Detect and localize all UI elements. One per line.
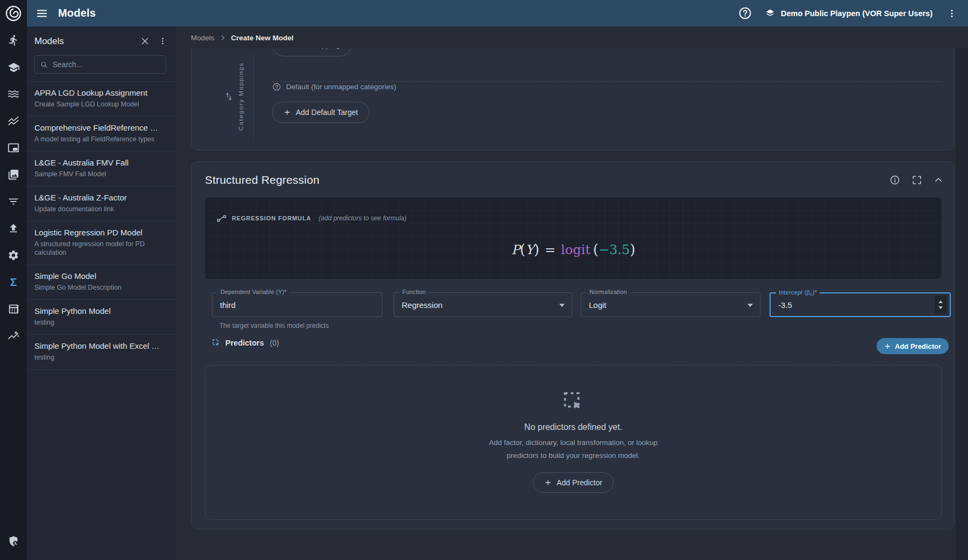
rail-dashboard-icon[interactable] <box>0 134 27 161</box>
question-circle-icon <box>272 82 281 91</box>
model-title: Simple Python Model with Excel … <box>34 341 169 350</box>
model-title: L&GE - Australia FMV Fall <box>34 158 169 167</box>
category-mappings-strip: Category Mappings <box>224 53 254 139</box>
add-mapping-label: Add Mapping <box>296 48 340 49</box>
model-title: L&GE - Australia Z-Factor <box>34 193 169 202</box>
rail-insights-icon[interactable] <box>0 322 27 349</box>
sidebar-close-icon[interactable] <box>138 34 152 48</box>
empty-state-line2: predictors to build your regression mode… <box>507 451 640 460</box>
help-icon[interactable] <box>738 6 752 20</box>
sidebar-search <box>34 55 166 74</box>
intercept-field[interactable]: Intercept (β0)* -3.5 <box>770 292 951 317</box>
fullscreen-icon[interactable] <box>912 175 922 185</box>
scrollbar-gutter[interactable] <box>956 48 968 560</box>
rail-models-sigma-icon[interactable]: Σ <box>0 269 27 296</box>
spline-function-icon <box>217 213 226 223</box>
rail-filter-icon[interactable] <box>0 188 27 215</box>
model-subtitle: Sample FMV Fall Model <box>34 170 169 179</box>
predictors-label: Predictors <box>225 339 264 347</box>
model-list: APRA LGD Lookup Assignment Create Sample… <box>27 81 177 370</box>
rail-tables-icon[interactable] <box>0 296 27 322</box>
rail-trends-icon[interactable] <box>0 107 27 134</box>
plus-icon <box>544 479 552 486</box>
empty-state-title: No predictors defined yet. <box>524 422 622 432</box>
section-header: Structured Regression <box>205 170 943 190</box>
list-item-apra-lgd[interactable]: APRA LGD Lookup Assignment Create Sample… <box>27 82 177 117</box>
dropdown-arrow-icon[interactable] <box>748 304 753 307</box>
collapse-chevron-up-icon[interactable] <box>934 175 943 185</box>
breadcrumb-models[interactable]: Models <box>191 34 215 42</box>
list-item-logistic-regression-pd[interactable]: Logistic Regression PD Model A structure… <box>27 221 177 265</box>
add-predictor-button-primary[interactable]: Add Predictor <box>877 338 949 354</box>
rail-learning-icon[interactable] <box>0 54 27 81</box>
function-select[interactable]: Function Regression <box>394 292 572 317</box>
breadcrumb: Models Create New Model <box>177 27 968 48</box>
list-item-simple-python[interactable]: Simple Python Model testing <box>27 300 177 335</box>
formula-p: P <box>511 242 520 257</box>
add-predictor-button-secondary[interactable]: Add Predictor <box>533 472 614 493</box>
model-title: Comprehensive FieldReference … <box>34 123 169 132</box>
breadcrumb-current: Create New Model <box>231 34 294 42</box>
add-predictor-label: Add Predictor <box>895 342 941 350</box>
dependent-variable-helper: The target variable this model predicts <box>219 322 329 329</box>
category-mappings-card: Category Mappings Add Mapping Default (f… <box>191 48 955 150</box>
spinner-up-icon[interactable] <box>938 300 943 303</box>
plus-icon <box>283 109 291 116</box>
rail-waves-icon[interactable] <box>0 81 27 107</box>
normalization-label: Normalization <box>587 289 630 295</box>
category-mappings-vertical-label: Category Mappings <box>238 62 244 131</box>
formula-label: REGRESSION FORMULA <box>232 215 311 221</box>
rail-gallery-icon[interactable] <box>0 161 27 188</box>
model-subtitle: Update documentation link <box>34 205 169 214</box>
model-subtitle: Simple Go Model Description <box>34 283 169 292</box>
predictors-header: Predictors (0) <box>212 339 279 347</box>
topbar-kebab-icon[interactable] <box>946 8 957 19</box>
dependent-variable-field[interactable]: Dependent Variable (Y)* third <box>212 292 382 317</box>
scroll-content: Category Mappings Add Mapping Default (f… <box>177 48 968 560</box>
list-item-simple-go[interactable]: Simple Go Model Simple Go Model Descript… <box>27 265 177 300</box>
main-area: Models Create New Model Category Mapping… <box>177 27 968 560</box>
list-item-simple-python-excel[interactable]: Simple Python Model with Excel … testing <box>27 335 177 370</box>
top-bar: Models Demo Public Playpen (VOR Super Us… <box>27 0 968 27</box>
normalization-value: Logit <box>589 300 607 310</box>
model-subtitle: testing <box>34 318 169 327</box>
formula-function: logit <box>561 242 590 257</box>
dependent-variable-value: third <box>220 300 236 310</box>
regression-formula: P(Y)=logit (−3.5) <box>205 241 942 257</box>
dependent-variable-label: Dependent Variable (Y)* <box>218 289 289 295</box>
intercept-value: -3.5 <box>778 300 792 310</box>
sidebar-kebab-icon[interactable] <box>156 34 169 48</box>
list-item-comprehensive-fieldreference[interactable]: Comprehensive FieldReference … A model t… <box>27 117 177 152</box>
hamburger-menu-icon[interactable] <box>35 7 48 20</box>
default-target-row: Default (for unmapped categories) <box>272 82 396 91</box>
sidebar-title: Models <box>34 36 138 47</box>
predictor-select-icon <box>212 339 220 347</box>
info-icon[interactable] <box>889 175 900 185</box>
model-title: Simple Go Model <box>34 271 169 281</box>
number-spinner[interactable] <box>935 296 946 314</box>
default-target-label: Default (for unmapped categories) <box>286 83 396 91</box>
workspace-name: Demo Public Playpen (VOR Super Users) <box>781 9 933 18</box>
rail-admin-shield-icon[interactable] <box>0 528 27 555</box>
dropdown-arrow-icon[interactable] <box>559 304 565 307</box>
add-default-target-label: Add Default Target <box>296 108 358 117</box>
spinner-down-icon[interactable] <box>938 306 943 309</box>
app-logo-icon[interactable] <box>0 0 27 27</box>
add-default-target-button[interactable]: Add Default Target <box>272 102 369 123</box>
list-item-lge-fmv-fall[interactable]: L&GE - Australia FMV Fall Sample FMV Fal… <box>27 152 177 186</box>
models-sidebar: Models APRA LGD Lookup Assignment Create… <box>27 27 177 560</box>
formula-y: Y <box>525 242 534 257</box>
empty-predictors-icon <box>561 389 586 414</box>
rail-runs-icon[interactable] <box>0 27 27 54</box>
rail-upload-icon[interactable] <box>0 215 27 242</box>
intercept-label: Intercept (β0)* <box>776 289 820 297</box>
list-item-lge-z-factor[interactable]: L&GE - Australia Z-Factor Update documen… <box>27 186 177 221</box>
search-icon <box>40 61 47 69</box>
add-mapping-button[interactable]: Add Mapping <box>272 48 352 56</box>
plus-icon <box>884 343 891 350</box>
workspace-switcher[interactable]: Demo Public Playpen (VOR Super Users) <box>765 8 933 19</box>
regression-formula-panel: REGRESSION FORMULA (add predictors to se… <box>205 197 942 279</box>
rail-settings-icon[interactable] <box>0 242 27 269</box>
search-input[interactable] <box>52 60 160 69</box>
normalization-select[interactable]: Normalization Logit <box>581 292 760 317</box>
